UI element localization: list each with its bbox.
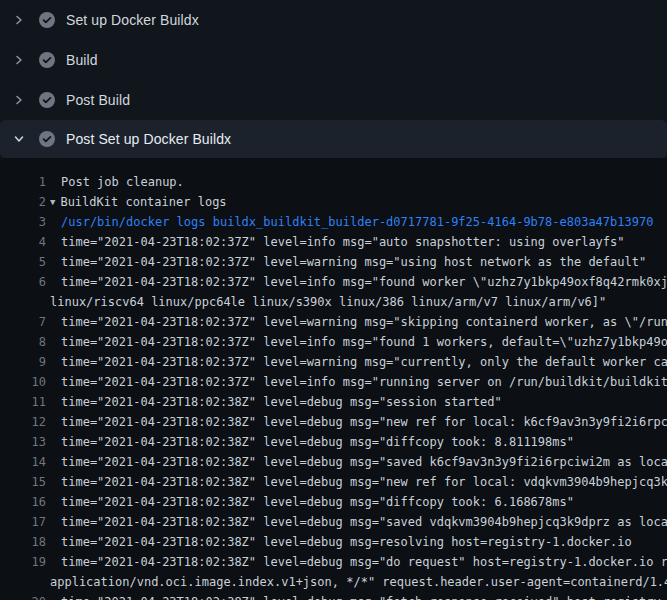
log-text: time="2021-04-23T18:02:37Z" level=warnin… — [61, 312, 667, 332]
log-line: 2▼BuildKit container logs — [0, 192, 667, 212]
log-line: 9time="2021-04-23T18:02:37Z" level=warni… — [0, 352, 667, 372]
log-line: 12time="2021-04-23T18:02:38Z" level=debu… — [0, 412, 667, 432]
log-line: 14time="2021-04-23T18:02:38Z" level=debu… — [0, 452, 667, 472]
log-text: time="2021-04-23T18:02:38Z" level=debug … — [61, 392, 502, 412]
check-circle-icon — [39, 12, 55, 28]
log-text: time="2021-04-23T18:02:38Z" level=debug … — [61, 512, 667, 532]
log-line: 17time="2021-04-23T18:02:38Z" level=debu… — [0, 512, 667, 532]
log-line: 1Post job cleanup. — [0, 172, 667, 192]
line-number[interactable]: 16 — [0, 492, 46, 512]
line-number — [0, 572, 46, 592]
line-number[interactable]: 19 — [0, 552, 46, 572]
log-text: BuildKit container logs — [60, 192, 226, 212]
line-number[interactable]: 17 — [0, 512, 46, 532]
step-label: Post Set up Docker Buildx — [66, 131, 231, 147]
log-text: time="2021-04-23T18:02:38Z" level=debug … — [61, 452, 667, 472]
step-header[interactable]: Post Build — [0, 80, 667, 120]
line-number[interactable]: 2 — [0, 192, 46, 212]
line-number[interactable]: 1 — [0, 172, 46, 192]
log-area: 1Post job cleanup.2▼BuildKit container l… — [0, 158, 667, 600]
log-line: 16time="2021-04-23T18:02:38Z" level=debu… — [0, 492, 667, 512]
log-group-toggle-icon[interactable]: ▼ — [50, 192, 55, 212]
chevron-right-icon[interactable] — [11, 12, 27, 28]
chevron-right-icon[interactable] — [11, 52, 27, 68]
step-header[interactable]: Build — [0, 40, 667, 80]
line-number[interactable]: 10 — [0, 372, 46, 392]
log-text: time="2021-04-23T18:02:38Z" level=debug … — [61, 432, 574, 452]
chevron-right-icon[interactable] — [11, 92, 27, 108]
line-number[interactable]: 13 — [0, 432, 46, 452]
line-number[interactable]: 20 — [0, 592, 46, 600]
check-circle-icon — [39, 131, 55, 147]
log-text: time="2021-04-23T18:02:37Z" level=warnin… — [61, 252, 646, 272]
log-line: 11time="2021-04-23T18:02:38Z" level=debu… — [0, 392, 667, 412]
log-text: time="2021-04-23T18:02:38Z" level=debug … — [61, 412, 667, 432]
log-text: time="2021-04-23T18:02:37Z" level=warnin… — [61, 352, 667, 372]
log-line: 10time="2021-04-23T18:02:37Z" level=info… — [0, 372, 667, 392]
line-number[interactable]: 18 — [0, 532, 46, 552]
step-label: Post Build — [66, 92, 130, 108]
check-circle-icon — [39, 92, 55, 108]
log-line: 18time="2021-04-23T18:02:38Z" level=debu… — [0, 532, 667, 552]
actions-log-viewer: Set up Docker BuildxBuildPost BuildPost … — [0, 0, 667, 600]
line-number[interactable]: 5 — [0, 252, 46, 272]
log-text: application/vnd.oci.image.index.v1+json,… — [50, 572, 667, 592]
log-line: linux/riscv64 linux/ppc64le linux/s390x … — [0, 292, 667, 312]
log-text: time="2021-04-23T18:02:38Z" level=debug … — [61, 492, 574, 512]
line-number[interactable]: 4 — [0, 232, 46, 252]
log-text: time="2021-04-23T18:02:38Z" level=debug … — [61, 552, 667, 572]
log-line: 15time="2021-04-23T18:02:38Z" level=debu… — [0, 472, 667, 492]
check-circle-icon — [39, 52, 55, 68]
steps-list: Set up Docker BuildxBuildPost BuildPost … — [0, 0, 667, 158]
chevron-down-icon[interactable] — [11, 131, 27, 147]
step-header[interactable]: Set up Docker Buildx — [0, 0, 667, 40]
line-number[interactable]: 3 — [0, 212, 46, 232]
line-number — [0, 292, 46, 312]
step-header-expanded[interactable]: Post Set up Docker Buildx — [0, 120, 667, 158]
log-line: 4time="2021-04-23T18:02:37Z" level=info … — [0, 232, 667, 252]
log-text: time="2021-04-23T18:02:38Z" level=debug … — [61, 472, 667, 492]
log-line: 6time="2021-04-23T18:02:37Z" level=info … — [0, 272, 667, 292]
step-label: Set up Docker Buildx — [66, 12, 199, 28]
log-line: 20time="2021-04-23T18:02:38Z" level=debu… — [0, 592, 667, 600]
line-number[interactable]: 6 — [0, 272, 46, 292]
log-text: time="2021-04-23T18:02:37Z" level=info m… — [61, 232, 625, 252]
log-text: time="2021-04-23T18:02:38Z" level=debug … — [61, 532, 632, 552]
log-text: time="2021-04-23T18:02:37Z" level=info m… — [61, 272, 667, 292]
log-line: 7time="2021-04-23T18:02:37Z" level=warni… — [0, 312, 667, 332]
log-line: 5time="2021-04-23T18:02:37Z" level=warni… — [0, 252, 667, 272]
log-line: application/vnd.oci.image.index.v1+json,… — [0, 572, 667, 592]
log-line: 13time="2021-04-23T18:02:38Z" level=debu… — [0, 432, 667, 452]
line-number[interactable]: 7 — [0, 312, 46, 332]
line-number[interactable]: 8 — [0, 332, 46, 352]
log-line: 8time="2021-04-23T18:02:37Z" level=info … — [0, 332, 667, 352]
log-line: 3/usr/bin/docker logs buildx_buildkit_bu… — [0, 212, 667, 232]
log-line: 19time="2021-04-23T18:02:38Z" level=debu… — [0, 552, 667, 572]
log-text: time="2021-04-23T18:02:37Z" level=info m… — [61, 372, 667, 392]
line-number[interactable]: 12 — [0, 412, 46, 432]
line-number[interactable]: 15 — [0, 472, 46, 492]
log-text: Post job cleanup. — [61, 172, 184, 192]
line-number[interactable]: 9 — [0, 352, 46, 372]
log-text: time="2021-04-23T18:02:37Z" level=info m… — [61, 332, 667, 352]
log-text: time="2021-04-23T18:02:38Z" level=debug … — [61, 592, 667, 600]
line-number[interactable]: 14 — [0, 452, 46, 472]
log-text: /usr/bin/docker logs buildx_buildkit_bui… — [61, 212, 653, 232]
log-text: linux/riscv64 linux/ppc64le linux/s390x … — [50, 292, 606, 312]
line-number[interactable]: 11 — [0, 392, 46, 412]
step-label: Build — [66, 52, 98, 68]
